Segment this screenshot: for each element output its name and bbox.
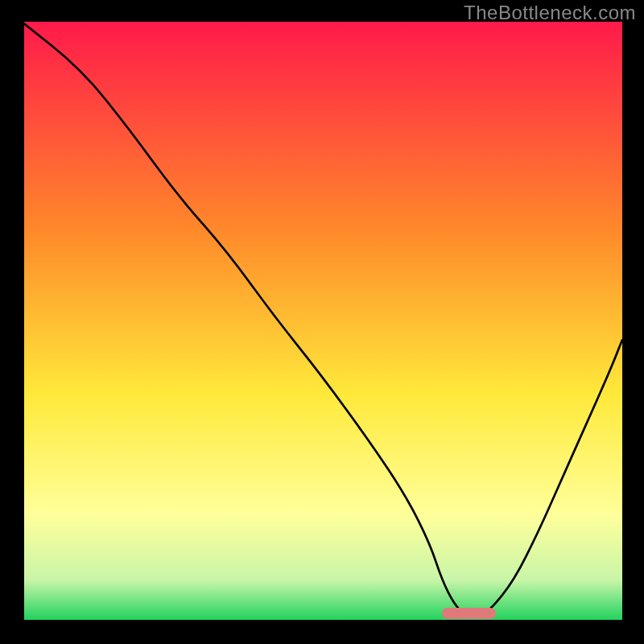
plot-area <box>22 22 622 622</box>
chart-line-layer <box>22 22 622 622</box>
curve-line <box>22 22 622 617</box>
page-root: TheBottleneck.com <box>0 0 644 644</box>
watermark-text: TheBottleneck.com <box>464 2 636 24</box>
optimal-marker <box>442 608 496 619</box>
